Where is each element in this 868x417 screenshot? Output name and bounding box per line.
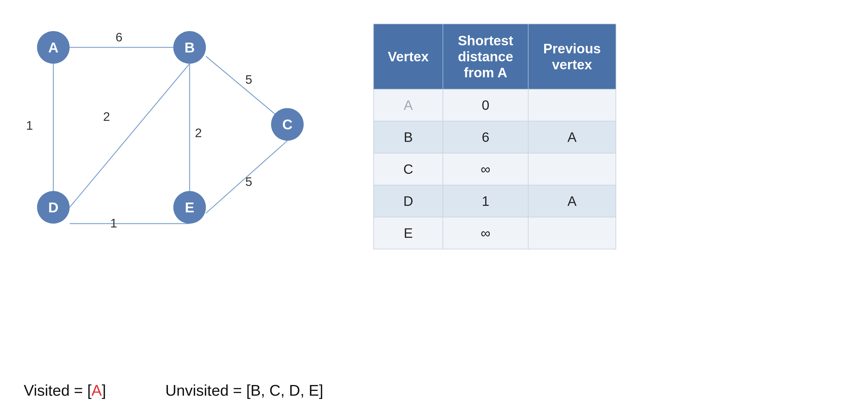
node-C-label: C	[282, 117, 293, 133]
cell-distance-D: 1	[443, 185, 528, 217]
visited-label: Visited = [	[24, 382, 92, 399]
edge-weight-AD: 1	[26, 119, 33, 133]
edge-weight-EC: 5	[245, 175, 252, 189]
cell-distance-C: ∞	[443, 153, 528, 185]
edge-weight-BC: 5	[245, 72, 252, 87]
col-header-previous: Previousvertex	[528, 24, 616, 89]
col-header-vertex: Vertex	[374, 24, 443, 89]
node-E: E	[173, 191, 206, 224]
table-container: Vertex Shortestdistancefrom A Previousve…	[373, 24, 844, 249]
node-C: C	[271, 108, 304, 141]
table-row: C∞	[374, 153, 616, 185]
node-A: A	[37, 31, 70, 64]
cell-vertex-E: E	[374, 217, 443, 249]
node-D-label: D	[48, 199, 59, 216]
svg-line-2	[70, 64, 190, 207]
edge-weight-BE: 2	[195, 126, 202, 140]
cell-distance-A: 0	[443, 89, 528, 121]
main-content: A B C D E 6 1 2 2 5 5 1 Vertex Shortestd…	[24, 18, 844, 364]
col-header-distance: Shortestdistancefrom A	[443, 24, 528, 89]
table-row: D1A	[374, 185, 616, 217]
visited-value: A	[92, 382, 102, 399]
cell-vertex-C: C	[374, 153, 443, 185]
cell-previous-B: A	[528, 121, 616, 153]
visited-close: ]	[102, 382, 106, 399]
cell-vertex-D: D	[374, 185, 443, 217]
node-E-label: E	[185, 199, 194, 216]
table-row: E∞	[374, 217, 616, 249]
cell-distance-B: 6	[443, 121, 528, 153]
unvisited-section: Unvisited = [B, C, D, E]	[165, 381, 323, 399]
visited-section: Visited = [A]	[24, 381, 106, 399]
table-row: A0	[374, 89, 616, 121]
node-D: D	[37, 191, 70, 224]
node-B-label: B	[185, 39, 195, 56]
edge-weight-AB: 6	[116, 30, 122, 44]
table-header-row: Vertex Shortestdistancefrom A Previousve…	[374, 24, 616, 89]
cell-previous-A	[528, 89, 616, 121]
unvisited-label: Unvisited = [B, C, D, E]	[165, 382, 323, 399]
cell-previous-E	[528, 217, 616, 249]
table-row: B6A	[374, 121, 616, 153]
dijkstra-table: Vertex Shortestdistancefrom A Previousve…	[373, 24, 616, 249]
node-B: B	[173, 31, 206, 64]
cell-vertex-A: A	[374, 89, 443, 121]
cell-previous-D: A	[528, 185, 616, 217]
cell-previous-C	[528, 153, 616, 185]
edge-weight-DE: 1	[110, 216, 117, 230]
cell-distance-E: ∞	[443, 217, 528, 249]
cell-vertex-B: B	[374, 121, 443, 153]
graph-container: A B C D E 6 1 2 2 5 5 1	[24, 18, 349, 284]
status-bar: Visited = [A] Unvisited = [B, C, D, E]	[24, 381, 844, 399]
node-A-label: A	[48, 39, 59, 56]
edge-weight-BD: 2	[103, 109, 110, 124]
